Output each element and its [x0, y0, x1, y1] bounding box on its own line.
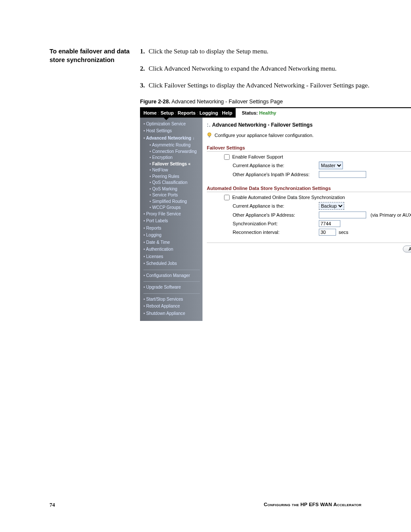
sidebar-subitem[interactable]: WCCP Groups — [143, 205, 200, 211]
sidebar-item[interactable]: Authentication — [143, 246, 200, 253]
tab-home[interactable]: Home — [143, 110, 157, 115]
secs-label: secs — [339, 230, 349, 235]
sidebar-item[interactable]: Configuration Manager — [143, 273, 200, 279]
reconn-label: Reconnection interval: — [233, 230, 319, 235]
sidebar-item[interactable]: Licenses — [143, 254, 200, 260]
section-failover: Failover Settings — [207, 145, 411, 152]
sidebar-item-advanced-networking[interactable]: Advanced Networking ↓ — [143, 135, 200, 142]
svg-point-0 — [208, 133, 211, 136]
topbar: Home: Setup: Reports: Logging: Help Stat… — [140, 108, 411, 118]
reconn-input[interactable] — [319, 229, 336, 236]
page-footer: 74 Configuring the HP EFS WAN Accelerato… — [50, 502, 361, 508]
sync-port-input[interactable] — [319, 220, 340, 227]
sidebar: Optimization Service Host Settings Advan… — [140, 118, 202, 321]
content-page-title: :. Advanced Networking - Failover Settin… — [207, 122, 411, 128]
sidebar-subitem[interactable]: NetFlow — [143, 167, 200, 174]
sidebar-subitem[interactable]: Peering Rules — [143, 174, 200, 180]
sidebar-subitem[interactable]: Asymmetric Routing — [143, 142, 200, 149]
active-tab-arrow-icon — [164, 118, 169, 120]
other-ip-label: Other Appliance's IP Address: — [233, 212, 319, 218]
screenshot-figure: Home: Setup: Reports: Logging: Help Stat… — [140, 107, 411, 321]
tab-setup[interactable]: Setup — [161, 110, 174, 115]
sidebar-item[interactable]: Start/Stop Services — [143, 296, 200, 303]
sync-current-appliance-select[interactable]: Backup — [319, 202, 344, 210]
task-title: To enable failover and data store synchr… — [50, 47, 131, 64]
sidebar-item[interactable]: Proxy File Service — [143, 211, 200, 218]
sidebar-subitem[interactable]: Encryption — [143, 155, 200, 161]
sync-port-label: Synchronization Port: — [233, 221, 319, 226]
other-inpath-label: Other Appliance's Inpath IP Address: — [233, 172, 319, 177]
sidebar-subitem-failover[interactable]: Failover Settings « — [143, 161, 200, 168]
enable-failover-label: Enable Failover Support — [232, 154, 283, 159]
step-1: 1. Click the Setup tab to display the Se… — [140, 47, 411, 56]
sidebar-item[interactable]: Reports — [143, 225, 200, 232]
enable-failover-checkbox[interactable] — [224, 154, 230, 160]
svg-rect-1 — [209, 136, 210, 137]
current-appliance-select[interactable]: Master — [319, 162, 343, 169]
sidebar-subitem[interactable]: QoS Classification — [143, 180, 200, 186]
status-value: Healthy — [259, 110, 277, 115]
page-number: 74 — [50, 502, 55, 508]
enable-sync-checkbox[interactable] — [224, 195, 230, 200]
lightbulb-icon — [207, 132, 212, 138]
figure-caption: Figure 2-28. Advanced Networking - Failo… — [140, 99, 411, 105]
other-ip-input[interactable] — [319, 212, 366, 218]
tab-logging[interactable]: Logging — [199, 110, 218, 115]
sidebar-subitem[interactable]: Simplified Routing — [143, 199, 200, 205]
sidebar-item[interactable]: Logging — [143, 232, 200, 239]
sidebar-item[interactable]: Scheduled Jobs — [143, 261, 200, 267]
step-3: 3. Click Failover Settings to display th… — [140, 81, 411, 90]
enable-sync-label: Enable Automated Online Data Store Synch… — [232, 195, 345, 200]
apply-button[interactable]: Apply — [403, 246, 411, 252]
config-hint: Configure your appliance failover config… — [207, 132, 411, 138]
section-sync: Automated Online Data Store Synchronizat… — [207, 186, 411, 192]
topbar-tabs[interactable]: Home: Setup: Reports: Logging: Help — [140, 108, 236, 118]
sidebar-item[interactable]: Upgrade Software — [143, 284, 200, 291]
sync-current-appliance-label: Current Appliance is the: — [233, 203, 319, 208]
sidebar-subitem[interactable]: Connection Forwarding — [143, 149, 200, 155]
tab-help[interactable]: Help — [222, 110, 232, 115]
sidebar-item[interactable]: Port Labels — [143, 218, 200, 224]
sidebar-item[interactable]: Reboot Appliance — [143, 303, 200, 310]
sidebar-item[interactable]: Shutdown Appliance — [143, 311, 200, 317]
button-row: Apply Sav — [207, 243, 411, 252]
other-inpath-input[interactable] — [319, 171, 366, 178]
step-2: 2. Click Advanced Networking to expand t… — [140, 65, 411, 73]
content-area: :. Advanced Networking - Failover Settin… — [202, 118, 411, 321]
current-appliance-label: Current Appliance is the: — [233, 163, 319, 168]
sidebar-subitem[interactable]: QoS Marking — [143, 186, 200, 193]
status: Status: Healthy — [242, 110, 276, 115]
ip-hint: (via Primary or AUX interfaces) — [371, 212, 411, 218]
tab-reports[interactable]: Reports — [177, 110, 196, 115]
footer-text: Configuring the HP EFS WAN Accelerator — [264, 502, 361, 508]
sidebar-item[interactable]: Optimization Service — [143, 121, 200, 128]
sidebar-item[interactable]: Host Settings — [143, 128, 200, 134]
sidebar-subitem[interactable]: Service Ports — [143, 192, 200, 199]
sidebar-item[interactable]: Date & Time — [143, 240, 200, 246]
